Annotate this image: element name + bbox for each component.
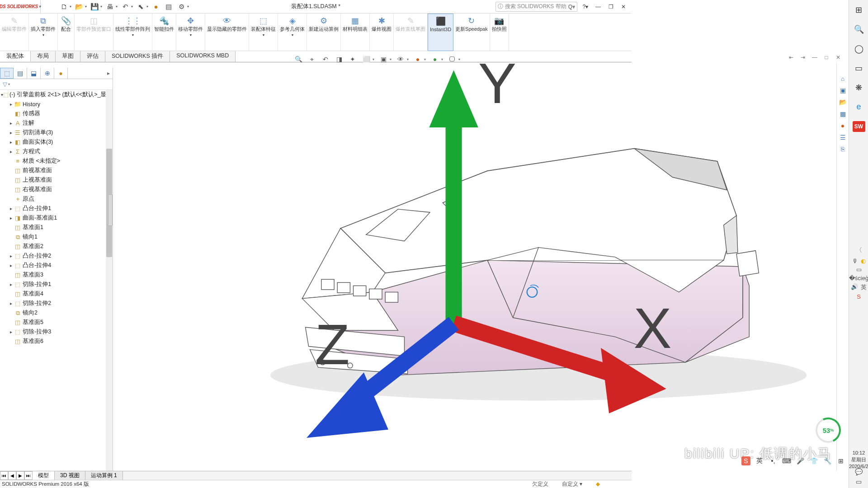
ribbon-mate[interactable]: 📎配合 <box>58 14 75 51</box>
tray-volume-icon[interactable]: 🔊 <box>851 283 858 291</box>
doc-tab-model[interactable]: 模型 <box>33 471 55 480</box>
options-icon[interactable]: ▤ <box>164 2 174 12</box>
tree-item[interactable]: ◫前视基准面 <box>0 166 113 175</box>
tray-wifi-icon[interactable]: �ścieģ <box>849 275 868 282</box>
tree-twisty[interactable]: ▸ <box>8 130 14 135</box>
panel-splitter[interactable] <box>108 68 113 471</box>
start-icon[interactable]: ⊞ <box>849 0 868 19</box>
save-icon[interactable]: 💾 <box>90 2 99 12</box>
design-library-icon[interactable]: ▣ <box>838 86 847 95</box>
appearances-icon[interactable]: ● <box>838 121 847 130</box>
splitter-grip[interactable] <box>108 194 113 226</box>
tree-item[interactable]: ▸⬚凸台-拉伸1 <box>0 204 113 213</box>
doc-tab-3dview[interactable]: 3D 视图 <box>55 471 85 480</box>
new-icon[interactable]: 🗋 <box>59 2 69 12</box>
tree-item[interactable]: ▸⬚切除-拉伸1 <box>0 280 113 289</box>
tray-battery-icon[interactable]: ▭ <box>856 266 862 273</box>
feature-manager-filter[interactable]: ▽▾ <box>0 79 113 90</box>
search-taskbar-icon[interactable]: 🔍 <box>849 19 868 39</box>
ime-tool-icon[interactable]: 🔧 <box>823 456 832 465</box>
tree-twisty[interactable]: ▸ <box>8 263 14 268</box>
tab-assembly[interactable]: 装配体 <box>0 51 31 62</box>
tree-twisty[interactable]: ▸ <box>8 216 14 221</box>
ime-lang-icon[interactable]: 英 <box>755 456 764 465</box>
status-custom[interactable]: 自定义 ▾ <box>562 481 582 488</box>
taskview-icon[interactable]: ◯ <box>849 39 868 58</box>
tree-twisty[interactable]: ▸ <box>8 253 14 258</box>
tree-item[interactable]: ⌖原点 <box>0 194 113 204</box>
tab-evaluate[interactable]: 评估 <box>80 51 105 62</box>
select-icon[interactable]: ⬉ <box>136 2 146 12</box>
tree-item[interactable]: ◫基准面1 <box>0 223 113 232</box>
rebuild-icon[interactable]: ● <box>151 2 161 12</box>
feature-tree[interactable]: ▾ ⬚ (-) 引擎盖前板 2<1> (默认<<默认>_显… ^ ▸📁Histo… <box>0 90 113 471</box>
tree-item[interactable]: ▸A注解 <box>0 118 113 128</box>
3d-viewport[interactable]: YXZ <box>113 62 849 471</box>
tab-sketch[interactable]: 草图 <box>56 51 80 62</box>
tree-twisty[interactable]: ▸ <box>8 149 14 154</box>
tree-item[interactable]: ▸Σ方程式 <box>0 147 113 156</box>
copilot-icon[interactable]: ❋ <box>849 78 868 97</box>
solidworks-taskbar-icon[interactable]: SW <box>849 117 868 136</box>
tree-root[interactable]: ▾ ⬚ (-) 引擎盖前板 2<1> (默认<<默认>_显… ^ <box>0 90 113 99</box>
tree-item[interactable]: ⧉镜向1 <box>0 232 113 242</box>
ribbon-insert-component[interactable]: ⧉插入零部件▾ <box>29 14 58 51</box>
forum-icon[interactable]: ⎘ <box>838 145 847 154</box>
tree-item[interactable]: ▸⬚切除-拉伸3 <box>0 327 113 337</box>
settings-icon[interactable]: ⚙ <box>176 2 186 12</box>
tree-item[interactable]: ◫上视基准面 <box>0 175 113 185</box>
fm-tab-display[interactable]: ● <box>54 68 68 79</box>
status-flag-icon[interactable]: ◆ <box>596 481 600 488</box>
action-center-icon[interactable]: ▭ <box>856 478 862 485</box>
help-icon[interactable]: ?▾ <box>581 2 590 11</box>
tree-twisty[interactable]: ▸ <box>8 140 14 145</box>
tray-sync-icon[interactable]: ◐ <box>861 258 866 264</box>
tree-item[interactable]: ◫基准面6 <box>0 337 113 346</box>
ime-mic-icon[interactable]: 🎤 <box>796 456 805 465</box>
timeline-icon[interactable]: ▭ <box>849 58 868 78</box>
tree-item[interactable]: ▸◨曲面-基准面1 <box>0 213 113 223</box>
tree-item[interactable]: ▸⬚凸台-拉伸2 <box>0 251 113 261</box>
file-explorer-icon[interactable]: 📂 <box>838 98 847 107</box>
tree-item[interactable]: ◫基准面2 <box>0 242 113 251</box>
home-icon[interactable]: ⌂ <box>838 74 847 83</box>
tree-item[interactable]: ◫基准面3 <box>0 270 113 280</box>
restore-icon[interactable]: ❐ <box>606 2 615 11</box>
tree-item[interactable]: ≡材质 <未指定> <box>0 156 113 166</box>
custom-props-icon[interactable]: ☰ <box>838 133 847 142</box>
tree-item[interactable]: ▸◧曲面实体(3) <box>0 137 113 147</box>
ime-keyboard-icon[interactable]: ⌨ <box>782 456 791 465</box>
ime-punct-icon[interactable]: •, <box>769 456 778 465</box>
view-palette-icon[interactable]: ▦ <box>838 109 847 118</box>
fm-tab-property[interactable]: ▤ <box>14 68 27 79</box>
tree-twisty[interactable]: ▸ <box>8 206 14 211</box>
tree-item[interactable]: ▸⬚切除-拉伸2 <box>0 299 113 308</box>
tray-collapse[interactable]: 〈 <box>849 246 868 254</box>
undo-icon[interactable]: ↶ <box>120 2 130 12</box>
doc-tab-motion[interactable]: 运动算例 1 <box>85 471 123 480</box>
minimize-icon[interactable]: — <box>594 2 603 11</box>
taskbar-clock[interactable]: 10:12 星期日 2020/6/21 <box>849 450 868 470</box>
tab-layout[interactable]: 布局 <box>31 51 56 62</box>
ime-sogou-icon[interactable]: S <box>741 456 750 465</box>
fm-tab-config[interactable]: ⬓ <box>27 68 41 79</box>
open-icon[interactable]: 📂 <box>74 2 84 12</box>
tree-item[interactable]: ▸⬚凸台-拉伸4 <box>0 261 113 270</box>
fm-tab-dim[interactable]: ⊕ <box>41 68 54 79</box>
tree-twisty[interactable]: ▸ <box>8 102 14 107</box>
tree-twisty[interactable]: ▸ <box>8 121 14 126</box>
tree-item[interactable]: ◫右视基准面 <box>0 185 113 194</box>
ime-skin-icon[interactable]: 👕 <box>809 456 818 465</box>
print-icon[interactable]: 🖶 <box>105 2 115 12</box>
tab-nav-first[interactable]: ⏮ <box>0 471 8 480</box>
fm-tab-tree[interactable]: ⬚ <box>0 68 14 79</box>
tree-item[interactable]: ▸☰切割清单(3) <box>0 128 113 137</box>
tab-nav-next[interactable]: ▶ <box>16 471 24 480</box>
help-search[interactable]: ⓘ 搜索 SOLIDWORKS 帮助 Q▾ <box>495 2 577 12</box>
notifications-icon[interactable]: 💬 <box>855 468 863 475</box>
tray-ime-icon[interactable]: 英 <box>861 283 867 291</box>
tree-twisty[interactable]: ▸ <box>8 301 14 306</box>
close-icon[interactable]: ✕ <box>619 2 628 11</box>
tree-twisty[interactable]: ▸ <box>8 329 14 334</box>
tree-twisty[interactable]: ▸ <box>8 282 14 287</box>
